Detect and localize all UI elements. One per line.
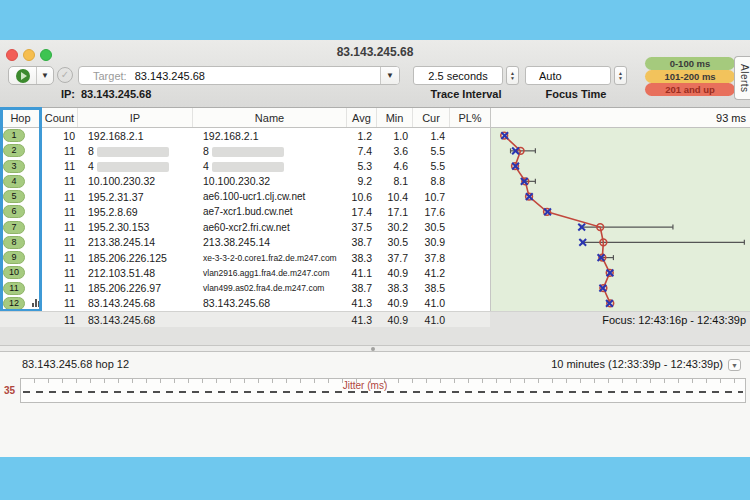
confirm-target-icon[interactable]: ✓ xyxy=(57,67,73,83)
ip-cell: 4 xyxy=(78,160,193,172)
timeline-range-label[interactable]: 10 minutes (12:33:39p - 12:43:39p) xyxy=(551,358,723,370)
col-header-ip[interactable]: IP xyxy=(78,108,193,127)
table-row[interactable]: 611195.2.8.69ae7-xcr1.bud.cw.net17.417.1… xyxy=(0,204,490,219)
redacted-block xyxy=(212,147,284,157)
trace-interval-stepper[interactable]: ▲▼ xyxy=(506,66,519,85)
col-header-count[interactable]: Count xyxy=(42,108,78,127)
hop-cell: 3 xyxy=(0,160,42,173)
avg-cell: 38.3 xyxy=(347,252,377,264)
ip-cell: 195.2.31.37 xyxy=(78,191,193,203)
avg-cell: 5.3 xyxy=(347,160,377,172)
graph-scale-label: 93 ms xyxy=(490,108,750,128)
focus-time-stepper[interactable]: ▲▼ xyxy=(614,66,627,85)
avg-cell: 41.3 xyxy=(347,297,377,309)
col-header-pl[interactable]: PL% xyxy=(450,108,490,127)
focus-time-field[interactable]: Auto xyxy=(525,66,611,85)
hop-badge[interactable]: 9 xyxy=(3,251,25,264)
hop-badge[interactable]: 6 xyxy=(3,205,25,218)
table-row[interactable]: 711195.2.30.153ae60-xcr2.fri.cw.net37.53… xyxy=(0,220,490,235)
col-header-min[interactable]: Min xyxy=(377,108,413,127)
hop-cell: 12 xyxy=(0,297,42,310)
hop-badge[interactable]: 3 xyxy=(3,160,25,173)
table-row[interactable]: 811213.38.245.14213.38.245.1438.730.530.… xyxy=(0,235,490,250)
cur-cell: 37.8 xyxy=(413,252,450,264)
play-button[interactable] xyxy=(9,67,37,84)
timeline-target-label: 83.143.245.68 hop 12 xyxy=(22,358,129,370)
cur-cell: 41.2 xyxy=(413,267,450,279)
cur-cell: 5.5 xyxy=(413,145,450,157)
table-row[interactable]: 511195.2.31.37ae6.100-ucr1.clj.cw.net10.… xyxy=(0,189,490,204)
hop-cell: 10 xyxy=(0,266,42,279)
lower-filler xyxy=(0,327,750,345)
count-cell: 11 xyxy=(42,191,78,203)
table-row[interactable]: 110192.168.2.1192.168.2.11.21.01.4 xyxy=(0,128,490,143)
hop-cell: 9 xyxy=(0,251,42,264)
cur-cell: 1.4 xyxy=(413,130,450,142)
jitter-axis-max: 35 xyxy=(4,385,15,396)
min-cell: 10.4 xyxy=(377,191,413,203)
target-combobox[interactable]: Target: 83.143.245.68 ▼ xyxy=(78,66,400,85)
table-row[interactable]: 311445.34.65.5 xyxy=(0,159,490,174)
name-cell: ae6.100-ucr1.clj.cw.net xyxy=(193,191,347,202)
hop-cell: 5 xyxy=(0,190,42,203)
hop-badge[interactable]: 8 xyxy=(3,236,25,249)
cur-cell: 30.9 xyxy=(413,236,450,248)
hop-badge[interactable]: 10 xyxy=(3,266,25,279)
trace-graph-canvas xyxy=(491,128,750,311)
avg-cell: 37.5 xyxy=(347,221,377,233)
name-cell: 213.38.245.14 xyxy=(193,236,347,248)
legend-201-up: 201 and up xyxy=(645,83,735,96)
target-value[interactable]: 83.143.245.68 xyxy=(135,70,205,82)
table-row[interactable]: 1011212.103.51.48vlan2916.agg1.fra4.de.m… xyxy=(0,265,490,280)
trace-interval-field[interactable]: 2.5 seconds xyxy=(413,66,503,85)
col-header-name[interactable]: Name xyxy=(193,108,347,127)
cur-cell: 10.7 xyxy=(413,191,450,203)
focus-range-label: Focus: 12:43:16p - 12:43:39p xyxy=(490,311,750,327)
play-dropdown-button[interactable]: ▼ xyxy=(37,67,53,84)
mini-bar-chart-icon[interactable] xyxy=(32,299,41,307)
hop-badge[interactable]: 11 xyxy=(3,282,25,295)
min-cell: 38.3 xyxy=(377,282,413,294)
name-cell: vlan2916.agg1.fra4.de.m247.com xyxy=(193,268,347,278)
hop-badge[interactable]: 5 xyxy=(3,190,25,203)
table-row[interactable]: 1111185.206.226.97vlan499.as02.fra4.de.m… xyxy=(0,281,490,296)
splitter-handle-icon[interactable] xyxy=(371,347,375,351)
timeline-range-dropdown-icon[interactable]: ▼ xyxy=(728,359,741,371)
hop-badge[interactable]: 4 xyxy=(3,175,25,188)
pane-splitter[interactable] xyxy=(0,345,750,352)
col-header-avg[interactable]: Avg xyxy=(347,108,377,127)
target-dropdown-button[interactable]: ▼ xyxy=(380,67,399,84)
count-cell: 11 xyxy=(42,206,78,218)
ip-cell: 8 xyxy=(78,145,193,157)
col-header-cur[interactable]: Cur xyxy=(413,108,450,127)
window-title: 83.143.245.68 xyxy=(0,45,750,59)
hop-badge[interactable]: 2 xyxy=(3,144,25,157)
count-cell: 11 xyxy=(42,145,78,157)
legend-101-200ms: 101-200 ms xyxy=(645,70,735,83)
summary-avg: 41.3 xyxy=(347,314,377,326)
hop-cell: 8 xyxy=(0,236,42,249)
table-row[interactable]: 911185.206.226.125xe-3-3-2-0.core1.fra2.… xyxy=(0,250,490,265)
redacted-block xyxy=(97,147,169,157)
alerts-side-tab[interactable]: Alerts xyxy=(734,56,750,100)
hop-badge[interactable]: 1 xyxy=(3,129,25,142)
table-row[interactable]: 211887.43.65.5 xyxy=(0,143,490,158)
trace-graph[interactable] xyxy=(490,128,750,311)
jitter-axis-label: Jitter (ms) xyxy=(343,380,387,391)
ip-cell: 213.38.245.14 xyxy=(78,236,193,248)
hop-badge[interactable]: 12 xyxy=(3,297,25,310)
ip-cell: 185.206.226.97 xyxy=(78,282,193,294)
name-cell: 192.168.2.1 xyxy=(193,130,347,142)
jitter-timeline-graph[interactable]: Jitter (ms) xyxy=(20,378,746,403)
ip-cell: 185.206.226.125 xyxy=(78,252,193,264)
start-trace-split-button[interactable]: ▼ xyxy=(8,66,54,85)
col-header-hop[interactable]: Hop xyxy=(0,108,42,127)
table-row[interactable]: 41110.100.230.3210.100.230.329.28.18.8 xyxy=(0,174,490,189)
hop-badge[interactable]: 7 xyxy=(3,221,25,234)
summary-count: 11 xyxy=(42,314,78,326)
ip-cell: 195.2.30.153 xyxy=(78,221,193,233)
summary-row[interactable]: 11 83.143.245.68 41.3 40.9 41.0 xyxy=(0,311,490,327)
name-cell: ae60-xcr2.fri.cw.net xyxy=(193,222,347,233)
avg-cell: 7.4 xyxy=(347,145,377,157)
table-row[interactable]: 121183.143.245.6883.143.245.6841.340.941… xyxy=(0,296,490,311)
